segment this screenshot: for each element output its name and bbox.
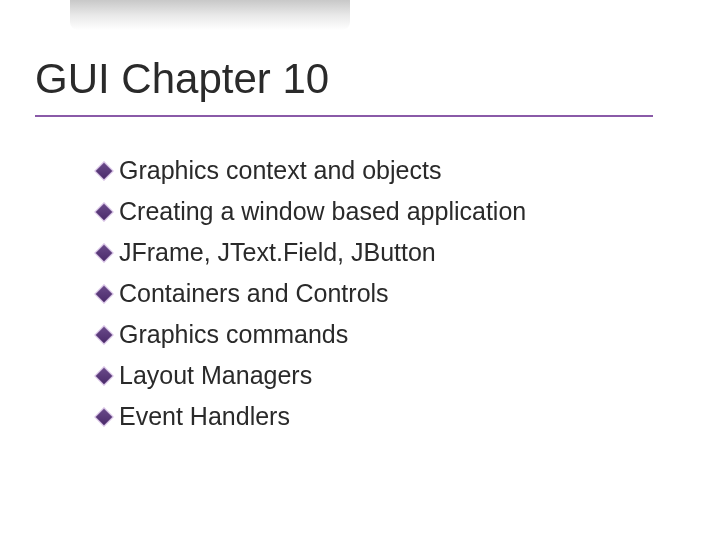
slide-title: GUI Chapter 10: [35, 55, 685, 103]
list-item: Layout Managers: [97, 358, 685, 393]
bullet-text: Creating a window based application: [119, 194, 526, 229]
diamond-bullet-icon: [97, 246, 111, 260]
diamond-bullet-icon: [97, 410, 111, 424]
diamond-bullet-icon: [97, 287, 111, 301]
slide-top-shadow: [70, 0, 350, 30]
bullet-text: JFrame, JText.Field, JButton: [119, 235, 436, 270]
diamond-bullet-icon: [97, 369, 111, 383]
bullet-text: Graphics context and objects: [119, 153, 441, 188]
bullet-text: Containers and Controls: [119, 276, 389, 311]
list-item: Creating a window based application: [97, 194, 685, 229]
list-item: Event Handlers: [97, 399, 685, 434]
bullet-text: Layout Managers: [119, 358, 312, 393]
list-item: Containers and Controls: [97, 276, 685, 311]
title-underline: [35, 115, 653, 117]
diamond-bullet-icon: [97, 164, 111, 178]
list-item: Graphics commands: [97, 317, 685, 352]
list-item: Graphics context and objects: [97, 153, 685, 188]
diamond-bullet-icon: [97, 328, 111, 342]
list-item: JFrame, JText.Field, JButton: [97, 235, 685, 270]
bullet-text: Event Handlers: [119, 399, 290, 434]
bullet-text: Graphics commands: [119, 317, 348, 352]
slide-container: GUI Chapter 10 Graphics context and obje…: [0, 0, 720, 434]
diamond-bullet-icon: [97, 205, 111, 219]
bullet-list: Graphics context and objects Creating a …: [35, 153, 685, 434]
